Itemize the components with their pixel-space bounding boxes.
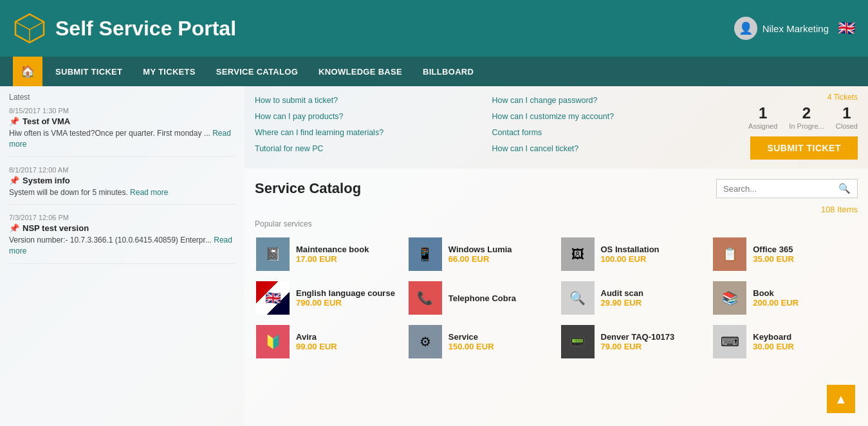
news-date: 8/15/2017 1:30 PM xyxy=(9,107,235,115)
four-tickets-link[interactable]: 4 Tickets xyxy=(827,93,858,102)
service-price: 150.00 EUR xyxy=(448,342,494,351)
ticket-stat-assigned: 1 Assigned xyxy=(748,104,777,130)
news-item: 7/3/2017 12:06 PM 📌 NSP test version Ver… xyxy=(9,214,235,264)
service-thumb: 📋 xyxy=(713,237,746,271)
in-progress-label: In Progre... xyxy=(789,122,824,130)
kb-links-col2: How can I change password? How can I cus… xyxy=(492,93,717,160)
submit-ticket-button[interactable]: SUBMIT TICKET xyxy=(750,136,858,160)
kb-link-tutorial[interactable]: Tutorial for new PC xyxy=(255,141,479,157)
latest-news-panel: Latest 8/15/2017 1:30 PM 📌 Test of VMA H… xyxy=(0,86,245,426)
news-item: 8/1/2017 12:00 AM 📌 System info System w… xyxy=(9,166,235,205)
service-price: 200.00 EUR xyxy=(753,298,799,308)
header: Self Service Portal 👤 Nilex Marketing 🇬🇧 xyxy=(0,0,868,57)
service-item[interactable]: 🔰 Avira 99.00 EUR xyxy=(255,322,401,361)
language-flag-icon[interactable]: 🇬🇧 xyxy=(838,20,855,37)
service-item[interactable]: 📓 Maintenance book 17.00 EUR xyxy=(255,235,401,273)
nav-knowledge-base[interactable]: KNOWLEDGE BASE xyxy=(308,57,412,86)
kb-link-customize[interactable]: How can I customize my account? xyxy=(492,109,717,125)
nav-submit-ticket[interactable]: SUBMIT TICKET xyxy=(45,57,133,86)
service-item[interactable]: 📟 Denver TAQ-10173 79.00 EUR xyxy=(560,322,706,361)
kb-link-learning[interactable]: Where can I find learning materials? xyxy=(255,125,479,141)
service-name: Book xyxy=(753,288,799,298)
service-name: OS Installation xyxy=(601,245,660,254)
kb-link-password[interactable]: How can I change password? xyxy=(492,93,717,109)
news-title: 📌 NSP test version xyxy=(9,223,235,233)
service-price: 30.00 EUR xyxy=(753,342,794,351)
service-thumb: ⌨ xyxy=(713,325,746,358)
service-price: 790.00 EUR xyxy=(296,298,395,308)
kb-link-contact-forms[interactable]: Contact forms xyxy=(492,125,717,141)
service-name: Office 365 xyxy=(753,245,794,254)
service-thumb: 📓 xyxy=(256,237,290,271)
assigned-label: Assigned xyxy=(748,122,777,130)
catalog-header: Service Catalog 🔍 xyxy=(255,179,858,198)
cube-logo-icon xyxy=(13,12,46,45)
service-name: Telephone Cobra xyxy=(448,293,516,303)
service-price: 79.00 EUR xyxy=(601,342,675,351)
service-item[interactable]: 🇬🇧 English language course 790.00 EUR xyxy=(255,279,401,317)
closed-label: Closed xyxy=(836,122,858,130)
header-left: Self Service Portal xyxy=(13,12,236,45)
user-area[interactable]: 👤 Nilex Marketing xyxy=(734,17,829,40)
service-thumb: 📟 xyxy=(561,325,595,358)
right-panel: How to submit a ticket? How can I pay pr… xyxy=(245,86,868,426)
items-count: 108 Items xyxy=(255,205,858,214)
service-name: Avira xyxy=(296,332,337,342)
service-thumb: 🖼 xyxy=(561,237,595,271)
service-thumb: 🇬🇧 xyxy=(256,281,290,315)
service-item[interactable]: ⚙ Service 150.00 EUR xyxy=(407,322,553,361)
service-price: 35.00 EUR xyxy=(753,254,794,264)
service-item[interactable]: ⌨ Keyboard 30.00 EUR xyxy=(712,322,858,361)
service-thumb: 📞 xyxy=(409,281,442,315)
nav-service-catalog[interactable]: SERVICE CATALOG xyxy=(206,57,308,86)
kb-link-submit[interactable]: How to submit a ticket? xyxy=(255,93,479,109)
search-icon[interactable]: 🔍 xyxy=(838,183,851,194)
news-item: 8/15/2017 1:30 PM 📌 Test of VMA Hiw ofte… xyxy=(9,107,235,157)
tickets-count-row: 1 Assigned 2 In Progre... 1 Closed xyxy=(748,104,858,130)
service-thumb: 🔰 xyxy=(256,325,290,358)
header-right: 👤 Nilex Marketing 🇬🇧 xyxy=(734,17,855,40)
svg-marker-1 xyxy=(15,14,44,30)
news-date: 8/1/2017 12:00 AM xyxy=(9,166,235,174)
service-thumb: 🔍 xyxy=(561,281,595,315)
service-item[interactable]: 📱 Windows Lumia 66.00 EUR xyxy=(407,235,553,273)
service-name: Keyboard xyxy=(753,332,794,342)
nav-my-tickets[interactable]: MY TICKETS xyxy=(133,57,206,86)
home-nav-button[interactable]: 🏠 xyxy=(13,57,42,86)
service-name: Audit scan xyxy=(601,288,643,298)
ticket-stat-closed: 1 Closed xyxy=(836,104,858,130)
popular-label: Popular services xyxy=(255,219,858,228)
service-price: 99.00 EUR xyxy=(296,342,337,351)
site-title: Self Service Portal xyxy=(55,17,236,41)
service-item[interactable]: 📚 Book 200.00 EUR xyxy=(712,279,858,317)
scroll-to-top-button[interactable]: ▲ xyxy=(827,385,855,413)
ticket-stat-in-progress: 2 In Progre... xyxy=(789,104,824,130)
service-item[interactable]: 📞 Telephone Cobra xyxy=(407,279,553,317)
service-catalog-section: Service Catalog 🔍 108 Items Popular serv… xyxy=(245,169,868,426)
assigned-count: 1 xyxy=(748,104,777,122)
nav-billboard[interactable]: BILLBOARD xyxy=(412,57,484,86)
service-thumb: ⚙ xyxy=(409,325,442,358)
username: Nilex Marketing xyxy=(762,23,829,34)
service-item[interactable]: 🔍 Audit scan 29.90 EUR xyxy=(560,279,706,317)
search-input[interactable] xyxy=(723,184,838,194)
navbar: 🏠 SUBMIT TICKET MY TICKETS SERVICE CATAL… xyxy=(0,57,868,86)
closed-count: 1 xyxy=(836,104,858,122)
kb-link-cancel[interactable]: How can I cancel ticket? xyxy=(492,141,717,157)
service-price: 29.90 EUR xyxy=(601,298,643,308)
service-price: 100.00 EUR xyxy=(601,254,660,264)
service-name: Maintenance book xyxy=(296,245,369,254)
service-price: 17.00 EUR xyxy=(296,254,369,264)
service-item[interactable]: 📋 Office 365 35.00 EUR xyxy=(712,235,858,273)
kb-link-pay[interactable]: How can I pay products? xyxy=(255,109,479,125)
service-name: Denver TAQ-10173 xyxy=(601,332,675,342)
catalog-title: Service Catalog xyxy=(255,180,361,197)
news-body: System will be down for 5 minutes. Read … xyxy=(9,187,235,198)
service-item[interactable]: 🖼 OS Installation 100.00 EUR xyxy=(560,235,706,273)
latest-label: Latest xyxy=(9,93,235,102)
main-wrapper: Latest 8/15/2017 1:30 PM 📌 Test of VMA H… xyxy=(0,86,868,426)
read-more-link[interactable]: Read more xyxy=(130,188,168,197)
ticket-status-area: 4 Tickets 1 Assigned 2 In Progre... 1 Cl… xyxy=(729,93,858,160)
news-title: 📌 Test of VMA xyxy=(9,116,235,126)
news-title: 📌 System info xyxy=(9,176,235,185)
